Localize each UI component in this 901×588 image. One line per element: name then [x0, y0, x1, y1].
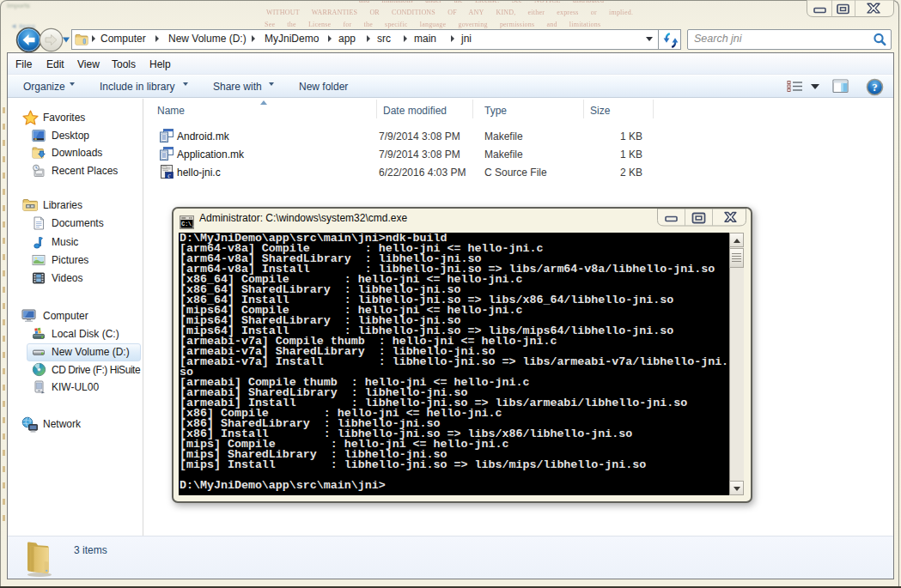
svg-text:?: ?	[872, 81, 878, 94]
svg-text:C:\_: C:\_	[181, 221, 194, 227]
